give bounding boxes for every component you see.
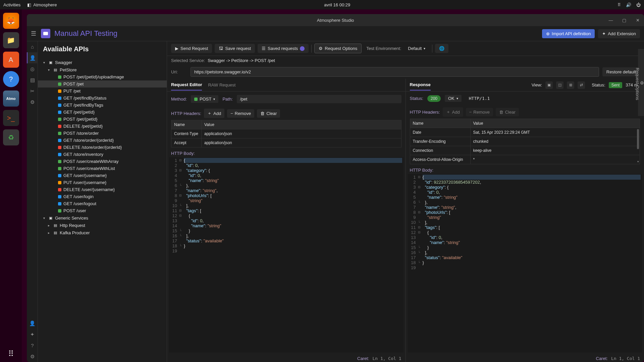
tab-request-editor[interactable]: Request Editor bbox=[171, 79, 202, 90]
maximize-button[interactable]: ▢ bbox=[621, 16, 628, 24]
tree-endpoint[interactable]: GET /pet/{petId} bbox=[38, 109, 167, 116]
power-icon[interactable]: ⏻ bbox=[636, 2, 641, 7]
tree-endpoint[interactable]: GET /store/inventory bbox=[38, 151, 167, 158]
tree-endpoint[interactable]: POST /pet bbox=[38, 80, 167, 87]
tree-endpoint[interactable]: POST /pet/{petId} bbox=[38, 116, 167, 123]
sidebar-settings-icon[interactable]: ⚙ bbox=[27, 97, 38, 108]
app-logo bbox=[41, 29, 50, 38]
tree-endpoint[interactable]: POST /user/createWithList bbox=[38, 165, 167, 172]
uri-input[interactable] bbox=[191, 67, 599, 77]
close-button[interactable]: ✕ bbox=[634, 16, 641, 24]
sidebar-target-icon[interactable]: ◎ bbox=[27, 63, 38, 74]
send-request-button[interactable]: ▶ Send Request bbox=[171, 44, 212, 53]
tree-endpoint[interactable]: GET /user/logout bbox=[38, 200, 167, 207]
sidebar-user-icon[interactable]: 👤 bbox=[27, 52, 38, 63]
tree-endpoint[interactable]: POST /pet/{petId}/uploadImage bbox=[38, 73, 167, 80]
dock-software-icon[interactable]: A bbox=[3, 52, 19, 68]
response-body-viewer[interactable]: 12345678910111213141516171819 ⊟⊟└⊟└⊟⊟└└└… bbox=[408, 174, 642, 353]
tab-raw-request[interactable]: RAW Request bbox=[208, 80, 235, 90]
tree-endpoint[interactable]: POST /user bbox=[38, 207, 167, 214]
save-request-button[interactable]: 🖫 Save request bbox=[215, 44, 255, 53]
tree-endpoint[interactable]: GET /pet/findByStatus bbox=[38, 95, 167, 102]
sidebar-gear-icon[interactable]: ⚙ bbox=[27, 351, 38, 362]
import-api-button[interactable]: ⊕ Import API definition bbox=[542, 29, 595, 38]
method-badge-icon bbox=[58, 181, 61, 184]
table-row[interactable]: Content-Typeapplication/json bbox=[171, 129, 401, 138]
dock-firefox-icon[interactable]: 🦊 bbox=[3, 13, 19, 29]
tab-response[interactable]: Response bbox=[410, 79, 431, 90]
volume-icon[interactable]: 🔊 bbox=[626, 2, 631, 7]
dock-apps-icon[interactable]: ⠿ bbox=[3, 346, 19, 362]
sidebar-extension-icon[interactable]: ✦ bbox=[27, 329, 38, 340]
method-badge-icon bbox=[58, 125, 61, 128]
status-text-select[interactable]: OK ▾ bbox=[445, 95, 462, 102]
restore-default-button[interactable]: Restore default bbox=[602, 67, 640, 76]
tree-endpoint[interactable]: GET /pet/findByTags bbox=[38, 102, 167, 109]
tree-endpoint[interactable]: DELETE /store/order/{orderId} bbox=[38, 144, 167, 151]
method-badge-icon bbox=[58, 153, 61, 156]
dock-files-icon[interactable]: 📁 bbox=[3, 32, 19, 48]
puzzle-icon: ✦ bbox=[602, 31, 606, 36]
clear-headers-button[interactable]: 🗑Clear bbox=[257, 109, 280, 118]
path-input[interactable]: /pet bbox=[237, 95, 401, 103]
tree-http-request[interactable]: ▸ ▤ Http Request bbox=[38, 222, 167, 229]
chevron-down-icon[interactable]: ▾ bbox=[637, 160, 639, 163]
dock-trash-icon[interactable]: ♻ bbox=[3, 129, 19, 145]
dock-terminal-icon[interactable]: >_ bbox=[3, 110, 19, 126]
network-icon[interactable]: ⠿ bbox=[618, 2, 621, 7]
tree-endpoint[interactable]: GET /store/order/{orderId} bbox=[38, 137, 167, 144]
tree-kafka[interactable]: ▸ ▤ Kafka Producer bbox=[38, 229, 167, 236]
view-mode-4[interactable]: ⇄ bbox=[578, 81, 585, 89]
tree-endpoint[interactable]: PUT /user/{username} bbox=[38, 179, 167, 186]
view-mode-1[interactable]: ▣ bbox=[545, 81, 553, 89]
table-row[interactable]: Transfer-Encodingchunked bbox=[410, 137, 640, 146]
activities-button[interactable]: Activities bbox=[3, 2, 20, 7]
tree-endpoint[interactable]: GET /user/{username} bbox=[38, 172, 167, 179]
minimize-button[interactable]: — bbox=[607, 16, 614, 24]
remove-header-button[interactable]: −Remove bbox=[227, 109, 254, 118]
table-row[interactable]: DateSat, 15 Apr 2023 22:29:24 GMT bbox=[410, 128, 640, 137]
separator bbox=[311, 45, 312, 53]
clock[interactable]: avril 16 00:29 bbox=[57, 2, 618, 7]
sidebar-help-icon[interactable]: ? bbox=[27, 340, 38, 351]
globe-button[interactable]: 🌐 bbox=[435, 44, 448, 53]
sidebar-home-icon[interactable]: ⌂ bbox=[27, 41, 38, 52]
method-badge-icon bbox=[58, 118, 61, 121]
request-body-editor[interactable]: 12345678910111213141516171819 ⊟⊟└⊟└⊟⊟└└└… bbox=[169, 157, 404, 353]
sidebar-tools-icon[interactable]: ✂ bbox=[27, 85, 38, 97]
tree-swagger[interactable]: ▾ ▣ Swagger bbox=[38, 59, 167, 66]
sidebar-profile-icon[interactable]: 👤 bbox=[27, 318, 38, 329]
method-badge-icon bbox=[58, 209, 61, 213]
add-header-button[interactable]: ＋Add bbox=[204, 109, 224, 118]
tree-endpoint[interactable]: DELETE /user/{username} bbox=[38, 186, 167, 193]
sidebar-layers-icon[interactable]: ▤ bbox=[27, 74, 38, 85]
toolbar: ▶ Send Request 🖫 Save request ☰ Saved re… bbox=[167, 41, 644, 56]
tree-petstore[interactable]: ▾ ▤ PetStore bbox=[38, 66, 167, 73]
tree-endpoint[interactable]: GET /user/login bbox=[38, 193, 167, 200]
tree-endpoint[interactable]: PUT /pet bbox=[38, 87, 167, 95]
dock-atmosphere-icon[interactable]: Atmo bbox=[3, 90, 19, 107]
add-extension-button[interactable]: ✦ Add Extension bbox=[598, 29, 640, 38]
table-row[interactable]: Acceptapplication/json bbox=[171, 138, 401, 147]
tree-endpoint[interactable]: POST /user/createWithArray bbox=[38, 158, 167, 165]
tree-generic[interactable]: ▾ ▣ Generic Services bbox=[38, 214, 167, 222]
env-select[interactable]: Default ▾ bbox=[404, 44, 429, 53]
table-row[interactable]: Connectionkeep-alive bbox=[410, 146, 640, 155]
add-header-button: ＋Add bbox=[443, 107, 463, 117]
caret-position: Ln 1, Col 1 bbox=[611, 356, 640, 361]
table-row[interactable]: Access-Control-Allow-Origin* bbox=[410, 155, 640, 164]
method-select[interactable]: POST ▾ bbox=[191, 95, 218, 103]
view-mode-2[interactable]: ◫ bbox=[556, 81, 564, 89]
right-options-bar[interactable]: ⚙ Request Options bbox=[638, 49, 644, 116]
saved-requests-button[interactable]: ☰ Saved requests bbox=[258, 44, 309, 53]
app-indicator[interactable]: ◧ Atmosphere bbox=[27, 2, 57, 7]
menu-icon[interactable]: ☰ bbox=[31, 30, 36, 37]
request-options-button[interactable]: ⚙ Request Options bbox=[314, 44, 362, 53]
dock-help-icon[interactable]: ? bbox=[3, 71, 19, 87]
tree-endpoint[interactable]: DELETE /pet/{petId} bbox=[38, 123, 167, 130]
view-mode-3[interactable]: ⊞ bbox=[567, 81, 574, 89]
chevron-down-icon: ▾ bbox=[213, 97, 215, 101]
scrollbar[interactable] bbox=[637, 129, 639, 149]
tree-endpoint[interactable]: POST /store/order bbox=[38, 130, 167, 137]
chevron-down-icon: ▾ bbox=[43, 216, 48, 220]
